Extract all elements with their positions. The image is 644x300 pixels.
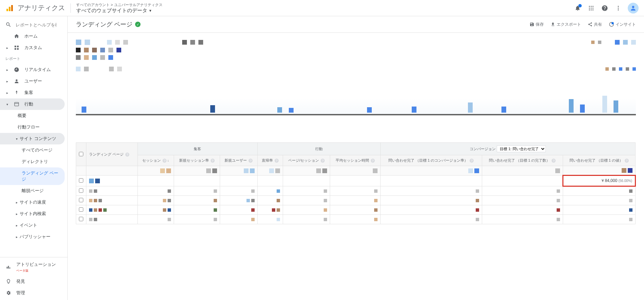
top-header: アナリティクス すべてのアカウント > ユニバーサルアナリティクス すべてのウェ…	[0, 0, 644, 16]
export-button[interactable]: エクスポート	[551, 22, 581, 27]
nav-label: ユーザー	[24, 78, 42, 84]
nav-user[interactable]: ▸ ユーザー	[0, 75, 65, 87]
save-button[interactable]: 保存	[530, 22, 544, 27]
checkbox-header[interactable]	[76, 143, 86, 166]
breadcrumb[interactable]: すべてのアカウント > ユニバーサルアナリティクス すべてのウェブサイトのデータ…	[76, 2, 574, 14]
svg-point-12	[618, 6, 619, 7]
col-group-conversion: コンバージョン 目標 1: 問い合わせ完了	[380, 143, 635, 155]
page-actions: 保存 エクスポート 共有 インサイト	[530, 22, 636, 27]
nav-home[interactable]: ホーム	[0, 30, 65, 42]
svg-rect-17	[17, 46, 19, 47]
nav-exit-pages[interactable]: 離脱ページ	[0, 185, 65, 197]
row-checkbox[interactable]	[76, 186, 86, 196]
svg-rect-18	[15, 48, 16, 50]
svg-rect-1	[9, 7, 10, 11]
verified-icon: ✓	[135, 22, 141, 27]
logo-wrap: アナリティクス	[5, 3, 65, 13]
nav-behavior-flow[interactable]: 行動フロー	[0, 121, 65, 133]
svg-point-24	[611, 22, 614, 24]
search-input[interactable]	[16, 22, 56, 27]
table-row	[76, 186, 636, 196]
col-goal-value[interactable]: 問い合わせ完了 （目標 1 の値） ?	[563, 155, 635, 166]
col-landing-page[interactable]: ランディング ページ ?	[86, 143, 138, 166]
col-group-behavior: 行動	[258, 143, 380, 155]
nav-all-pages[interactable]: すべてのページ	[0, 144, 65, 156]
notifications-icon[interactable]	[574, 4, 582, 12]
col-new-session-rate[interactable]: 新規セッション率 ?	[174, 155, 220, 166]
nav-label: カスタム	[24, 45, 42, 51]
bottom-nav: アトリビューションベータ版 発見 管理	[0, 257, 67, 300]
table-row	[76, 215, 636, 224]
nav-label: イベント	[20, 222, 37, 228]
svg-point-5	[593, 6, 594, 7]
nav-landing-pages[interactable]: ランディング ページ	[0, 167, 65, 185]
svg-point-10	[591, 9, 592, 10]
nav-site-content[interactable]: ▾サイト コンテンツ	[0, 133, 65, 144]
insights-button[interactable]: インサイト	[609, 22, 636, 27]
nav-acquisition[interactable]: ▸ 集客	[0, 87, 65, 98]
breadcrumb-top: すべてのアカウント > ユニバーサルアナリティクス	[76, 2, 574, 7]
layout: ホーム ▸ カスタム レポート ▸ リアルタイム ▸ ユーザー ▸ 集客 ▾ 行…	[0, 16, 644, 300]
row-checkbox[interactable]	[76, 196, 86, 205]
nav-label: サイト内検索	[20, 211, 46, 217]
nav-discover[interactable]: 発見	[0, 276, 65, 287]
nav-custom[interactable]: ▸ カスタム	[0, 42, 65, 53]
apps-icon[interactable]	[587, 4, 595, 12]
table-row: ￥84,000 (56.00%)	[76, 176, 636, 186]
home-icon	[14, 33, 20, 39]
svg-rect-16	[15, 46, 16, 47]
conversion-label: コンバージョン	[470, 147, 496, 151]
nav-admin[interactable]: 管理	[0, 287, 65, 299]
nav-label: サイトの速度	[20, 199, 46, 205]
nav-label: ディレクトリ	[22, 159, 48, 165]
nav-directory[interactable]: ディレクトリ	[0, 156, 65, 167]
row-checkbox[interactable]	[76, 176, 86, 186]
sidebar-search[interactable]	[0, 19, 67, 30]
acquisition-icon	[14, 90, 20, 96]
header-actions	[574, 3, 639, 14]
col-sessions[interactable]: セッション ?↓	[137, 155, 174, 166]
col-goal-rate[interactable]: 問い合わせ完了 （目標 1 のコンバージョン率） ?	[380, 155, 482, 166]
page-bar: ランディング ページ ✓ 保存 エクスポート 共有 インサイト	[68, 16, 644, 33]
conversion-goal-select[interactable]: 目標 1: 問い合わせ完了	[497, 145, 546, 152]
nav-label: リアルタイム	[24, 67, 51, 73]
svg-rect-2	[11, 5, 13, 11]
chart-area-redacted	[76, 75, 636, 115]
svg-point-9	[589, 9, 590, 10]
nav-label: 集客	[24, 90, 33, 96]
nav-publisher[interactable]: ▸パブリッシャー	[0, 231, 65, 243]
col-pages-session[interactable]: ページ/セッション ?	[283, 155, 330, 166]
more-icon[interactable]	[614, 4, 622, 12]
col-goal-completions[interactable]: 問い合わせ完了 （目標 1 の完了数） ?	[482, 155, 563, 166]
nav-attribution[interactable]: アトリビューションベータ版	[0, 259, 65, 276]
help-icon: ?	[125, 153, 129, 157]
avatar[interactable]	[628, 3, 639, 14]
nav-label: 管理	[16, 290, 25, 296]
nav-label: サイト コンテンツ	[20, 136, 56, 142]
svg-point-20	[16, 79, 17, 81]
nav-site-search[interactable]: ▸サイト内検索	[0, 208, 65, 220]
share-button[interactable]: 共有	[588, 22, 602, 27]
row-checkbox[interactable]	[76, 205, 86, 215]
help-icon[interactable]	[601, 4, 609, 12]
col-avg-duration[interactable]: 平均セッション時間 ?	[330, 155, 380, 166]
nav-site-speed[interactable]: ▸サイトの速度	[0, 197, 65, 208]
search-icon	[5, 22, 12, 28]
action-label: 共有	[594, 22, 602, 27]
breadcrumb-bottom: すべてのウェブサイトのデータ ▼	[76, 7, 574, 14]
table-row	[76, 205, 636, 215]
redacted-row	[76, 55, 636, 60]
breadcrumb-view: すべてのウェブサイトのデータ	[76, 7, 147, 14]
table-row	[76, 196, 636, 205]
nav-events[interactable]: ▸イベント	[0, 220, 65, 231]
nav-behavior[interactable]: ▾ 行動	[0, 98, 65, 110]
nav-overview[interactable]: 概要	[0, 110, 65, 121]
lightbulb-icon	[5, 278, 12, 284]
nav-realtime[interactable]: ▸ リアルタイム	[0, 64, 65, 75]
nav-label: 概要	[18, 113, 26, 119]
nav-label: ランディング ページ	[22, 170, 59, 182]
col-new-users[interactable]: 新規ユーザー ?	[220, 155, 257, 166]
row-checkbox[interactable]	[76, 215, 86, 224]
col-bounce-rate[interactable]: 直帰率 ?	[258, 155, 283, 166]
svg-point-3	[589, 6, 590, 7]
